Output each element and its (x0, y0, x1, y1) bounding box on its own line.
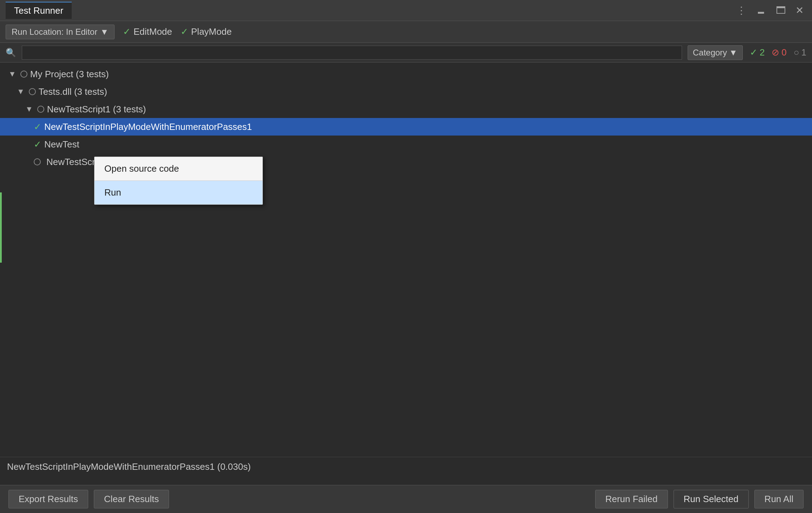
editmode-checkbox[interactable]: ✓ EditMode (123, 26, 172, 37)
title-bar-controls: ⋮ 🗕 🗖 ✕ (734, 4, 806, 17)
title-bar: Test Runner ⋮ 🗕 🗖 ✕ (0, 0, 812, 21)
search-bar: 🔍 Category ▼ ✓ 2 ⊘ 0 ○ 1 (0, 43, 812, 63)
category-label: Category (693, 48, 727, 58)
run-selected-button[interactable]: Run Selected (674, 490, 749, 508)
playmode-label: PlayMode (191, 26, 232, 37)
label-test1: NewTestScriptInPlayModeWithEnumeratorPas… (44, 121, 252, 132)
context-menu: Open source code Run (94, 157, 263, 205)
fail-count: ⊘ 0 (772, 47, 786, 58)
label-my-project: My Project (3 tests) (30, 69, 109, 80)
export-results-button[interactable]: Export Results (8, 490, 88, 508)
pass-number: 2 (760, 47, 765, 58)
tree-item-test2[interactable]: ✓ NewTest (0, 136, 812, 153)
tree-item-new-test-script1[interactable]: ▼ NewTestScript1 (3 tests) (0, 100, 812, 118)
arrow-tests-dll: ▼ (17, 87, 25, 96)
close-button[interactable]: ✕ (793, 4, 806, 17)
menu-button[interactable]: ⋮ (734, 4, 749, 17)
tree-item-test1[interactable]: ✓ NewTestScriptInPlayModeWithEnumeratorP… (0, 118, 812, 136)
run-location-arrow: ▼ (100, 27, 109, 37)
title-tab[interactable]: Test Runner (6, 2, 72, 19)
arrow-my-project: ▼ (8, 70, 16, 79)
category-button[interactable]: Category ▼ (688, 45, 743, 60)
filter-section: Category ▼ ✓ 2 ⊘ 0 ○ 1 (688, 45, 806, 60)
check-test2: ✓ (34, 139, 41, 150)
circle-test3 (34, 158, 41, 165)
bottom-toolbar: Export Results Clear Results Rerun Faile… (0, 485, 812, 513)
playmode-checkbox[interactable]: ✓ PlayMode (181, 26, 232, 37)
search-input[interactable] (22, 46, 682, 60)
clear-results-button[interactable]: Clear Results (94, 490, 169, 508)
fail-number: 0 (781, 47, 786, 58)
pass-count: ✓ 2 (750, 47, 765, 58)
playmode-check-icon: ✓ (181, 26, 188, 37)
run-location-button[interactable]: Run Location: In Editor ▼ (6, 25, 115, 39)
circle-new-test-script1 (37, 106, 44, 113)
search-icon: 🔍 (6, 48, 16, 58)
check-test1: ✓ (34, 121, 41, 132)
title-tab-label: Test Runner (14, 5, 63, 16)
tree-item-tests-dll[interactable]: ▼ Tests.dll (3 tests) (0, 83, 812, 100)
pass-icon: ✓ (750, 47, 758, 58)
skip-icon: ○ (794, 47, 799, 58)
context-menu-run-label: Run (104, 187, 121, 198)
tree-section: ▼ My Project (3 tests) ▼ Tests.dll (3 te… (0, 63, 812, 457)
label-tests-dll: Tests.dll (3 tests) (39, 86, 107, 97)
label-new-test-script1: NewTestScript1 (3 tests) (47, 104, 146, 115)
main-content: Run Location: In Editor ▼ ✓ EditMode ✓ P… (0, 21, 812, 513)
context-menu-open-source-label: Open source code (104, 163, 179, 174)
toolbar: Run Location: In Editor ▼ ✓ EditMode ✓ P… (0, 21, 812, 43)
circle-my-project (20, 71, 27, 78)
run-location-label: Run Location: In Editor (12, 27, 97, 37)
status-text: NewTestScriptInPlayModeWithEnumeratorPas… (7, 461, 251, 472)
title-bar-left: Test Runner (6, 2, 72, 19)
editmode-label: EditMode (134, 26, 172, 37)
category-arrow: ▼ (729, 48, 738, 58)
context-menu-run[interactable]: Run (95, 181, 262, 204)
status-bar: NewTestScriptInPlayModeWithEnumeratorPas… (0, 457, 812, 485)
label-test2: NewTest (44, 139, 79, 150)
tree-item-my-project[interactable]: ▼ My Project (3 tests) (0, 65, 812, 83)
arrow-new-test-script1: ▼ (25, 105, 33, 114)
bottom-left: Export Results Clear Results (8, 490, 169, 508)
bottom-right: Rerun Failed Run Selected Run All (595, 490, 804, 508)
left-accent (0, 192, 2, 263)
minimize-button[interactable]: 🗕 (753, 4, 769, 17)
maximize-button[interactable]: 🗖 (773, 4, 788, 17)
editmode-check-icon: ✓ (123, 26, 131, 37)
circle-tests-dll (29, 88, 36, 95)
run-all-button[interactable]: Run All (754, 490, 804, 508)
skip-count: ○ 1 (794, 47, 806, 58)
fail-icon: ⊘ (772, 47, 779, 58)
context-menu-open-source[interactable]: Open source code (95, 157, 262, 180)
skip-number: 1 (801, 47, 806, 58)
rerun-failed-button[interactable]: Rerun Failed (595, 490, 668, 508)
